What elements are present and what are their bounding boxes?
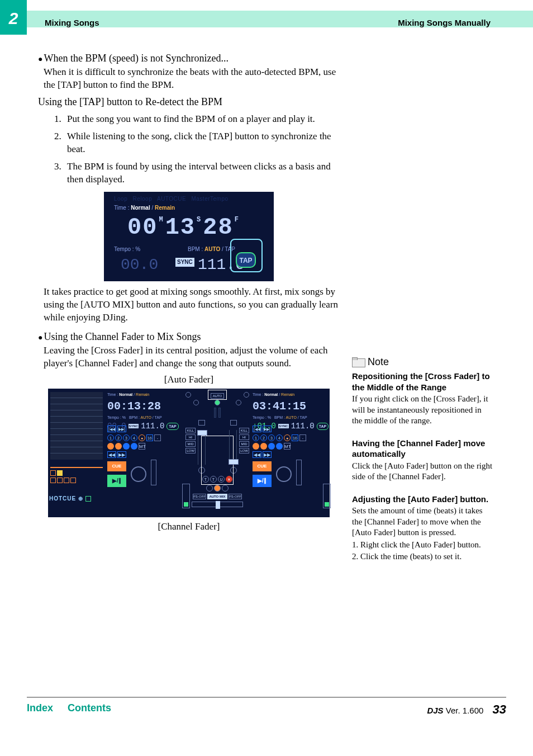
next-track-button[interactable]: ▶▶| [117,426,126,432]
channel-fader-a[interactable] [198,430,206,465]
next-track-button[interactable]: ▶▶| [263,426,272,432]
ctrl-icon[interactable] [70,478,76,483]
hotcue-1-button[interactable]: 1 [107,434,114,441]
hotcue-4-button[interactable]: 4 [131,434,137,441]
knob[interactable] [193,400,199,405]
eq-low-button[interactable]: LOW [239,448,249,453]
ctrl-icon[interactable] [50,478,56,483]
track-row[interactable] [50,429,103,435]
track-row[interactable] [50,392,103,398]
prog-button[interactable] [222,485,229,492]
crossfader-handle[interactable] [216,501,220,509]
channel-fader-b[interactable] [229,430,237,465]
eq-mid-button[interactable]: MID [239,441,249,447]
fx-button[interactable] [131,443,137,450]
auto-mix-button[interactable]: AUTO MIX [207,494,227,499]
deck-a-jog-wheel[interactable] [131,466,146,482]
fs-off-right[interactable]: FS-OFF [229,494,242,499]
fader-handle[interactable] [197,430,207,436]
track-list[interactable] [50,392,103,462]
loop-16-button[interactable]: 16 [292,434,298,441]
hotcue-3-button[interactable]: 3 [123,434,130,441]
auto-fader-a[interactable] [182,484,190,508]
eq-low-button[interactable]: LOW [185,448,196,453]
tempo-slider[interactable] [296,460,302,485]
mt-button[interactable]: MT [284,443,291,450]
deck-a-play-button[interactable]: ▶/‖ [107,475,126,487]
auto-fader-b[interactable] [323,484,331,508]
hotcue-4-button[interactable]: 4 [276,434,283,441]
eq-hi-button[interactable]: HI [239,434,249,440]
eq-mid-button[interactable]: MID [185,441,196,447]
ctrl-icon[interactable] [57,478,63,483]
hotcue-2-button[interactable]: 2 [260,434,267,441]
loop-16-button[interactable]: 16 [146,434,153,441]
track-row[interactable] [50,453,103,460]
rewind-button[interactable]: ◀◀ [107,451,116,458]
track-row[interactable] [50,435,103,441]
speaker-a-icon[interactable] [198,420,205,426]
fx-button[interactable] [253,443,259,450]
gain-knob[interactable] [185,392,191,398]
fx-button[interactable] [276,443,283,450]
hotcue-2-button[interactable]: 2 [115,434,122,441]
autofader-callout [208,390,227,400]
ffwd-button[interactable]: ▶▶ [117,451,126,458]
index-link[interactable]: Index [27,702,53,714]
fx-button[interactable] [107,443,114,450]
track-row[interactable] [50,423,103,429]
fx-button[interactable] [260,443,267,450]
prev-track-button[interactable]: |◀◀ [107,426,116,432]
gain-knob[interactable] [244,392,249,398]
track-row[interactable] [50,447,103,453]
rec-button[interactable]: ● [284,434,291,441]
tempo-slider[interactable] [151,460,156,485]
fader-handle[interactable] [229,459,239,465]
track-row[interactable] [50,404,103,410]
section1-subheading: Using the [TAP] button to Re-detect the … [38,95,340,108]
minus-button[interactable]: - [154,434,161,441]
ctrl-icon[interactable] [64,478,69,483]
fx-button[interactable] [268,443,275,450]
prev-track-button[interactable]: |◀◀ [253,426,261,432]
contents-link[interactable]: Contents [68,702,111,714]
practice-paragraph: It takes practice to get good at mixing … [38,286,340,324]
center-knob[interactable] [215,400,220,405]
speaker-b-icon[interactable] [230,420,237,426]
rewind-button[interactable]: ◀◀ [253,451,261,458]
deck-b-jog-wheel[interactable] [276,466,292,482]
hotcue-1-button[interactable]: 1 [253,434,259,441]
track-row[interactable] [50,410,103,417]
eq-hi-button[interactable]: HI [185,434,196,440]
deck-a-cue-button[interactable]: CUE [107,461,126,471]
track-row[interactable] [50,441,103,447]
deck-b-tap-button[interactable]: TAP [317,423,329,430]
section1-paragraph: When it is difficult to synchronize the … [38,66,340,92]
prog-button[interactable] [214,485,221,492]
minus-button[interactable]: - [299,434,306,441]
tap-button[interactable]: TAP [236,252,256,268]
track-row[interactable] [50,417,103,423]
ffwd-button[interactable]: ▶▶ [263,451,272,458]
header-section-title: Mixing Songs [45,18,99,27]
mt-button[interactable]: MT [139,443,145,450]
kill-label: KILL [239,428,249,433]
knob[interactable] [236,400,241,405]
cross-fader[interactable] [192,502,243,507]
deck-b-cue-button[interactable]: CUE [253,461,272,471]
fs-off-left[interactable]: FS-OFF [193,494,206,499]
fx-button[interactable] [123,443,130,450]
deck-b-play-button[interactable]: ▶/‖ [253,475,272,487]
sync-button[interactable]: SYNC [175,258,194,267]
header-subsection-title: Mixing Songs Manually [398,18,491,27]
hotcue-3-button[interactable]: 3 [268,434,275,441]
rec-icon[interactable] [85,496,91,502]
track-row[interactable] [50,398,103,404]
deck-b-time: 03:41:15 [253,399,325,414]
play-indicator-icon[interactable] [57,470,63,476]
stop-icon[interactable] [50,470,56,476]
prog-button[interactable] [206,485,213,492]
rec-button[interactable]: ● [139,434,145,441]
fx-button[interactable] [115,443,122,450]
deck-a-tap-button[interactable]: TAP [166,423,178,430]
